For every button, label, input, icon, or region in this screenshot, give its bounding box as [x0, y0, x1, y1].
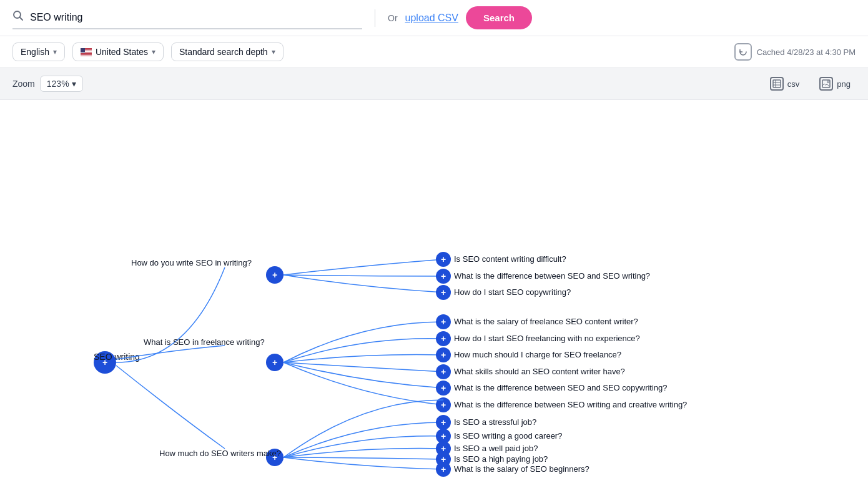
svg-point-15: [827, 81, 829, 83]
b2c3-plus: +: [441, 350, 446, 360]
b3c4-txt: Is SEO a high paying job?: [454, 454, 548, 464]
depth-label: Standard search depth: [179, 47, 268, 57]
cached-info: Cached 4/28/23 at 4:30 PM: [734, 43, 856, 61]
b3c2-txt: Is SEO writing a good career?: [454, 431, 562, 441]
cached-label: Cached 4/28/23 at 4:30 PM: [757, 47, 856, 57]
b2c4-plus: +: [441, 367, 446, 377]
png-label: png: [837, 79, 851, 89]
b2c2-line: [284, 339, 443, 362]
mindmap-container: SEO writing + + How do you write SEO in …: [0, 100, 868, 482]
zoom-area: Zoom 123% ▾: [12, 76, 83, 92]
b1c3-line: [284, 275, 443, 292]
zoom-label: Zoom: [12, 79, 35, 89]
b2c1-line: [284, 322, 443, 362]
depth-chevron-icon: ▾: [272, 47, 275, 56]
b3c3-txt: Is SEO a well paid job?: [454, 444, 538, 453]
search-input[interactable]: [30, 12, 362, 23]
svg-rect-8: [81, 55, 92, 56]
b2c6-text: What is the difference between SEO writi…: [454, 400, 687, 409]
svg-rect-7: [81, 54, 92, 54]
b1c3-plus: +: [441, 287, 446, 297]
png-icon: [819, 77, 833, 91]
svg-rect-10: [773, 80, 781, 87]
csv-label: csv: [787, 79, 800, 89]
upload-prefix: Or: [388, 13, 398, 23]
svg-rect-6: [81, 52, 92, 53]
depth-select[interactable]: Standard search depth ▾: [171, 42, 284, 61]
b2c3-line: [284, 355, 443, 363]
branch1-hub-plus: +: [272, 270, 277, 280]
b1c1-line: [284, 259, 443, 275]
country-chevron-icon: ▾: [152, 47, 155, 56]
search-area: [12, 6, 362, 29]
csv-icon: [770, 77, 784, 91]
branch2-label: What is SEO in freelance writing?: [144, 337, 265, 347]
filters-left: English ▾ United States ▾ Standard searc…: [12, 42, 284, 61]
country-select[interactable]: United States ▾: [72, 42, 164, 61]
b2c2-plus: +: [441, 334, 446, 344]
b2c1-plus: +: [441, 317, 446, 327]
us-flag-icon: [81, 48, 92, 56]
b3child1-line: [284, 422, 443, 457]
b2c4-text: What skills should an SEO content writer…: [454, 367, 625, 376]
b2c6-line: [284, 362, 443, 405]
b3child4-line: [284, 457, 443, 459]
branch3-main-line: [116, 366, 225, 449]
branch2-hub-plus: +: [272, 357, 277, 367]
b1c3-text: How do I start SEO copywriting?: [454, 287, 571, 297]
b2c5-plus: +: [441, 383, 446, 393]
svg-rect-9: [81, 48, 85, 52]
b3c5-pl: +: [441, 464, 446, 474]
zoom-value: 123%: [47, 79, 69, 89]
language-label: English: [21, 47, 49, 57]
svg-line-1: [20, 17, 23, 21]
csv-export-button[interactable]: csv: [765, 74, 805, 93]
b2c5-text: What is the difference between SEO and S…: [454, 383, 668, 392]
filters-row: English ▾ United States ▾ Standard searc…: [0, 36, 868, 68]
zoom-chevron-icon: ▾: [72, 79, 76, 89]
b3c1-pl: +: [441, 417, 446, 427]
branch1-main-line: [116, 267, 225, 362]
b3c1-txt: Is SEO a stressful job?: [454, 417, 536, 427]
center-node-plus: +: [102, 357, 107, 367]
b3child3-line: [284, 449, 443, 457]
toolbar: Zoom 123% ▾ csv: [0, 68, 868, 100]
b2c4-line: [284, 362, 443, 372]
b2c2-text: How do I start SEO freelancing with no e…: [454, 334, 640, 343]
b1c2-plus: +: [441, 271, 446, 281]
b2c1-text: What is the salary of freelance SEO cont…: [454, 317, 638, 326]
country-label: United States: [96, 47, 148, 57]
divider: [375, 9, 375, 27]
b3c5-txt: What is the salary of SEO beginners?: [454, 464, 589, 474]
search-icon: [12, 10, 24, 24]
b1c2-text: What is the difference between SEO and S…: [454, 271, 650, 281]
zoom-select[interactable]: 123% ▾: [40, 76, 83, 92]
header: Or upload CSV Search: [0, 0, 868, 36]
b1c1-plus: +: [441, 254, 446, 264]
branch3-label: How much do SEO writers make?: [159, 449, 281, 458]
b2c5-line: [284, 362, 443, 388]
branch1-label: How do you write SEO in writing?: [131, 258, 252, 267]
png-export-button[interactable]: png: [814, 74, 856, 93]
b1c2-line: [284, 275, 443, 276]
search-button[interactable]: Search: [466, 6, 532, 29]
b1c1-text: Is SEO content writing difficult?: [454, 254, 566, 264]
b2c3-text: How much should I charge for SEO freelan…: [454, 350, 621, 359]
language-select[interactable]: English ▾: [12, 42, 65, 61]
b2c6-plus: +: [441, 400, 446, 410]
cached-icon: [734, 43, 752, 61]
mindmap-svg: SEO writing + + How do you write SEO in …: [0, 100, 868, 482]
language-chevron-icon: ▾: [53, 47, 57, 56]
export-area: csv png: [765, 74, 856, 93]
upload-csv-link[interactable]: upload CSV: [405, 12, 458, 24]
b3c2-pl: +: [441, 431, 446, 441]
